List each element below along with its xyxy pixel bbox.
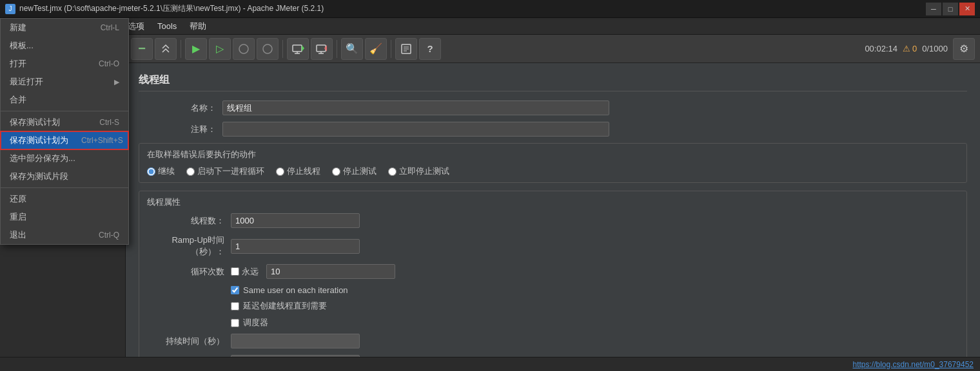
menu-recent-arrow: ▶ xyxy=(114,78,119,86)
toolbar-clear-button[interactable] xyxy=(155,38,177,60)
menu-quit-label: 退出 xyxy=(10,229,26,241)
close-button[interactable]: ✕ xyxy=(959,3,975,15)
toolbar: ✂ + − ▶ ▷ 🔍 🧹 ? 00:02:14 ⚠ 0 0/1000 ⚙ xyxy=(0,35,980,63)
same-user-label: Same user on each iteration xyxy=(243,285,348,295)
menu-saveas-item[interactable]: 保存测试计划为 Ctrl+Shift+S xyxy=(1,131,128,149)
toolbar-stop-button[interactable] xyxy=(257,38,279,60)
thread-count-row: 线程数： xyxy=(147,213,959,228)
title-bar-text: newTest.jmx (D:\soft\apache-jmeter-5.2.1… xyxy=(19,3,324,14)
main-layout: 线程组 ‹ 线程组 名称： 注释： 在取样器错误后要执行的动作 继续 启动下一进… xyxy=(0,63,980,371)
comment-label: 注释： xyxy=(139,124,222,135)
toolbar-warning: ⚠ 0 xyxy=(903,44,917,53)
toolbar-right: 00:02:14 ⚠ 0 0/1000 ⚙ xyxy=(865,38,975,60)
comment-row: 注释： xyxy=(139,122,967,137)
toolbar-log-button[interactable] xyxy=(395,38,417,60)
toolbar-remove-button[interactable]: − xyxy=(131,38,153,60)
radio-stoptest[interactable]: 停止测试 xyxy=(332,166,377,177)
status-url[interactable]: https://blog.csdn.net/m0_37679452 xyxy=(853,360,974,369)
loop-forever-check[interactable]: 永远 xyxy=(231,266,259,278)
toolbar-remote2-button[interactable] xyxy=(311,38,333,60)
radio-startloop[interactable]: 启动下一进程循环 xyxy=(186,166,264,177)
menu-savesnip-label: 保存为测试片段 xyxy=(10,171,68,182)
ramp-up-label: Ramp-Up时间（秒）： xyxy=(147,234,231,258)
radio-stopthread[interactable]: 停止线程 xyxy=(276,166,320,177)
toolbar-timer: 00:02:14 xyxy=(865,44,897,53)
minimize-button[interactable]: ─ xyxy=(926,3,941,15)
toolbar-sep3 xyxy=(282,40,283,58)
menu-savesome-item[interactable]: 选中部分保存为... xyxy=(1,149,128,167)
name-row: 名称： xyxy=(139,100,967,115)
same-user-checkbox[interactable] xyxy=(231,286,239,294)
scheduler-checkbox[interactable] xyxy=(231,319,239,327)
thread-count-input[interactable] xyxy=(231,213,360,228)
menu-merge-item[interactable]: 合并 xyxy=(1,91,128,109)
menu-quit-item[interactable]: 退出 Ctrl-Q xyxy=(1,226,128,244)
toolbar-clear3-button[interactable]: 🧹 xyxy=(365,38,387,60)
svg-point-8 xyxy=(263,44,272,53)
toolbar-sep5 xyxy=(391,40,391,58)
menu-save-label: 保存测试计划 xyxy=(10,117,60,128)
menu-tools[interactable]: Tools xyxy=(151,19,183,33)
toolbar-start-button[interactable]: ▶ xyxy=(185,38,207,60)
duration-label: 持续时间（秒） xyxy=(147,336,231,347)
loop-forever-label: 永远 xyxy=(242,266,259,278)
status-bar: https://blog.csdn.net/m0_37679452 xyxy=(0,357,980,371)
same-user-row: Same user on each iteration xyxy=(147,285,959,295)
menu-new-label: 新建 xyxy=(10,22,26,33)
toolbar-sep4 xyxy=(337,40,337,58)
toolbar-sep2 xyxy=(181,40,181,58)
title-bar: J newTest.jmx (D:\soft\apache-jmeter-5.2… xyxy=(0,0,980,18)
menu-open-item[interactable]: 打开 Ctrl-O xyxy=(1,55,128,73)
menu-savesnip-item[interactable]: 保存为测试片段 xyxy=(1,167,128,186)
ramp-up-input[interactable] xyxy=(231,239,360,254)
comment-input[interactable] xyxy=(222,122,609,137)
duration-input[interactable] xyxy=(231,334,360,348)
menu-quit-shortcut: Ctrl-Q xyxy=(99,231,119,240)
error-action-group: 继续 启动下一进程循环 停止线程 停止测试 立即停止测试 xyxy=(147,166,959,177)
toolbar-info-button[interactable]: ? xyxy=(419,38,441,60)
file-dropdown-menu: 新建 Ctrl-L 模板... 打开 Ctrl-O 最近打开 ▶ 合并 保存测试… xyxy=(0,18,129,245)
menu-open-label: 打开 xyxy=(10,58,26,70)
menu-sep1 xyxy=(1,111,128,111)
menu-recent-item[interactable]: 最近打开 ▶ xyxy=(1,73,128,91)
thread-count-label: 线程数： xyxy=(147,215,231,227)
svg-point-7 xyxy=(239,44,248,53)
toolbar-progress: 0/1000 xyxy=(922,44,948,53)
scheduler-row: 调度器 xyxy=(147,317,959,328)
menu-save-item[interactable]: 保存测试计划 Ctrl-S xyxy=(1,113,128,131)
menu-restart-item[interactable]: 重启 xyxy=(1,208,128,226)
content-area: 线程组 名称： 注释： 在取样器错误后要执行的动作 继续 启动下一进程循环 停止 xyxy=(126,63,980,371)
menu-template-label: 模板... xyxy=(10,40,34,52)
radio-stopnow[interactable]: 立即停止测试 xyxy=(388,166,449,177)
error-action-section: 在取样器错误后要执行的动作 继续 启动下一进程循环 停止线程 停止测试 立即停止… xyxy=(139,143,967,183)
toolbar-settings-button[interactable]: ⚙ xyxy=(953,38,975,60)
menu-save-shortcut: Ctrl-S xyxy=(99,118,119,127)
loop-count-input[interactable] xyxy=(266,264,395,279)
maximize-button[interactable]: □ xyxy=(943,3,958,15)
menu-template-item[interactable]: 模板... xyxy=(1,37,128,55)
menu-help[interactable]: 帮助 xyxy=(183,19,213,34)
svg-rect-9 xyxy=(293,45,302,52)
toolbar-start2-button[interactable]: ▷ xyxy=(209,38,231,60)
svg-marker-12 xyxy=(302,45,304,52)
svg-rect-13 xyxy=(317,45,326,52)
radio-continue[interactable]: 继续 xyxy=(147,166,175,177)
loop-label: 循环次数 xyxy=(147,266,231,278)
delay-create-label: 延迟创建线程直到需要 xyxy=(243,300,327,312)
toolbar-remote1-button[interactable] xyxy=(287,38,309,60)
app-icon: J xyxy=(5,4,15,14)
section-title: 线程组 xyxy=(139,73,967,91)
menu-revert-item[interactable]: 还原 xyxy=(1,190,128,208)
menu-saveas-label: 保存测试计划为 xyxy=(10,135,68,146)
toolbar-search-button[interactable]: 🔍 xyxy=(341,38,363,60)
name-label: 名称： xyxy=(139,102,222,114)
menu-new-item[interactable]: 新建 Ctrl-L xyxy=(1,19,128,37)
delay-create-checkbox[interactable] xyxy=(231,302,239,310)
name-input[interactable] xyxy=(222,100,609,115)
ramp-up-row: Ramp-Up时间（秒）： xyxy=(147,234,959,258)
menu-saveas-shortcut: Ctrl+Shift+S xyxy=(81,136,123,145)
menu-open-shortcut: Ctrl-O xyxy=(99,59,119,68)
menu-revert-label: 还原 xyxy=(10,193,26,205)
toolbar-pause-button[interactable] xyxy=(233,38,255,60)
thread-props-title: 线程属性 xyxy=(147,196,959,208)
